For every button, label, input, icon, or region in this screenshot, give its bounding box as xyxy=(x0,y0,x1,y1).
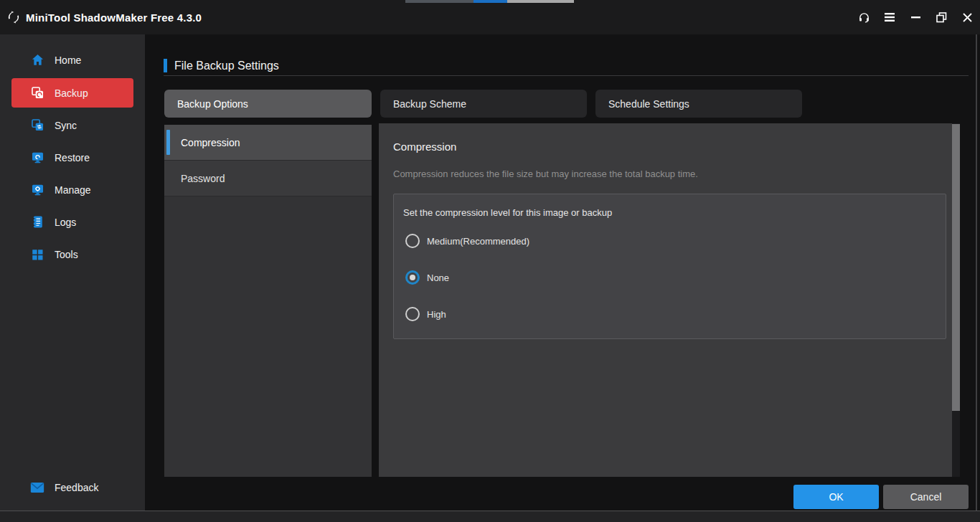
section-description: Compression reduces the file size but ma… xyxy=(393,169,698,179)
scrollbar-thumb[interactable] xyxy=(952,124,960,411)
radio-circle-selected[interactable] xyxy=(405,270,420,285)
edge-strip-light xyxy=(507,0,574,3)
tab-label: Backup Options xyxy=(177,98,248,110)
header-divider xyxy=(164,75,969,76)
tab-schedule-settings[interactable]: Schedule Settings xyxy=(595,90,802,118)
sidebar-item-logs[interactable]: Logs xyxy=(11,207,133,237)
nav-item-label: Compression xyxy=(181,137,240,148)
menu-icon[interactable] xyxy=(877,0,903,34)
ok-button[interactable]: OK xyxy=(793,485,879,509)
window-right-edge xyxy=(976,34,977,511)
scrollbar-track xyxy=(952,123,960,477)
sidebar-item-label: Sync xyxy=(55,120,77,131)
options-nav-panel: Compression Password xyxy=(164,125,372,477)
page-header: File Backup Settings xyxy=(164,59,279,72)
radio-option-medium[interactable]: Medium(Recommended) xyxy=(405,234,529,248)
radio-label: None xyxy=(427,272,449,283)
close-icon[interactable] xyxy=(954,0,980,34)
sidebar-item-label: Tools xyxy=(55,249,78,260)
radio-option-high[interactable]: High xyxy=(405,307,446,321)
sidebar-item-sync[interactable]: Sync xyxy=(11,110,133,140)
feedback-label: Feedback xyxy=(55,482,98,493)
sidebar-item-manage[interactable]: Manage xyxy=(11,175,133,204)
nav-item-compression[interactable]: Compression xyxy=(164,125,372,161)
sidebar-item-tools[interactable]: Tools xyxy=(11,239,133,269)
titlebar-controls xyxy=(851,0,980,34)
sidebar-item-label: Home xyxy=(55,54,81,66)
title-accent-bar xyxy=(164,59,167,72)
tab-label: Backup Scheme xyxy=(393,98,466,110)
restore-window-icon[interactable] xyxy=(928,0,954,34)
sidebar-item-backup[interactable]: Backup xyxy=(11,78,133,108)
tools-icon xyxy=(30,247,44,262)
minimize-icon[interactable] xyxy=(903,0,928,34)
titlebar: MiniTool ShadowMaker Free 4.3.0 xyxy=(0,0,980,34)
radio-option-none[interactable]: None xyxy=(405,270,449,285)
radio-circle[interactable] xyxy=(405,307,420,321)
restore-icon xyxy=(30,151,44,165)
sidebar-item-label: Logs xyxy=(55,217,76,228)
page-title: File Backup Settings xyxy=(174,60,279,72)
manage-icon xyxy=(30,183,44,197)
app-title: MiniTool ShadowMaker Free 4.3.0 xyxy=(26,11,202,24)
group-label: Set the compression level for this image… xyxy=(403,207,612,218)
sidebar-item-label: Backup xyxy=(55,87,88,99)
background-window-edge xyxy=(0,0,980,3)
nav-item-password[interactable]: Password xyxy=(164,161,372,196)
window-bottom-edge xyxy=(0,511,980,522)
radio-label: Medium(Recommended) xyxy=(427,236,529,247)
tab-backup-scheme[interactable]: Backup Scheme xyxy=(380,90,587,118)
sidebar-item-restore[interactable]: Restore xyxy=(11,143,133,172)
sidebar-item-label: Restore xyxy=(55,152,90,163)
radio-label: High xyxy=(427,309,446,320)
sidebar: Home Backup Sync xyxy=(0,34,145,511)
edge-strip-blue xyxy=(473,0,507,3)
app-window: MiniTool ShadowMaker Free 4.3.0 xyxy=(0,0,980,522)
section-heading: Compression xyxy=(393,141,456,153)
backup-icon xyxy=(30,86,44,100)
tab-backup-options[interactable]: Backup Options xyxy=(164,90,372,118)
radio-circle[interactable] xyxy=(405,234,420,248)
edge-strip-gray xyxy=(405,0,473,3)
sidebar-item-home[interactable]: Home xyxy=(11,45,133,75)
sync-icon xyxy=(30,118,44,133)
cancel-button[interactable]: Cancel xyxy=(883,485,969,509)
feedback-envelope-icon xyxy=(30,480,44,495)
app-logo-icon xyxy=(4,8,23,27)
compression-level-group: Set the compression level for this image… xyxy=(393,194,946,339)
compression-content-panel: Compression Compression reduces the file… xyxy=(379,123,952,477)
feedback-button[interactable]: Feedback xyxy=(11,476,133,499)
support-headset-icon[interactable] xyxy=(851,0,877,34)
nav-item-label: Password xyxy=(181,173,225,184)
home-icon xyxy=(30,53,44,67)
selected-indicator-bar xyxy=(166,130,170,155)
logs-icon xyxy=(30,215,44,229)
sidebar-item-label: Manage xyxy=(55,184,91,196)
tab-label: Schedule Settings xyxy=(608,98,689,110)
